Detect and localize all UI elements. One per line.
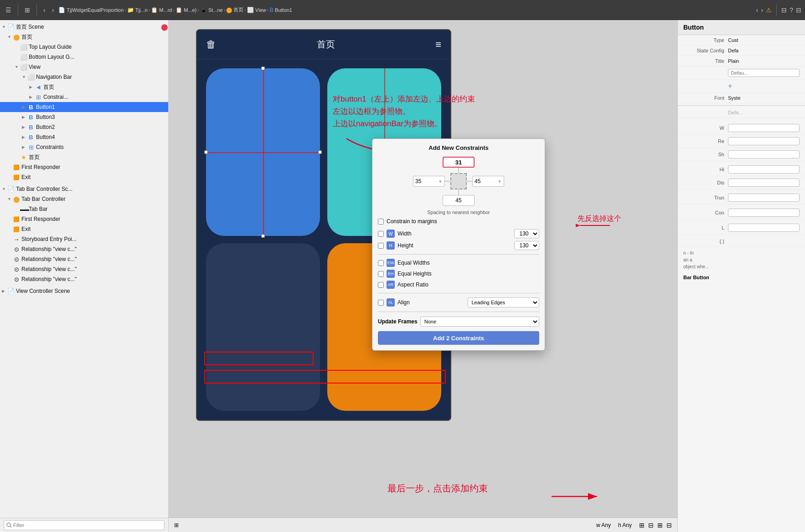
help-btn[interactable]: ? bbox=[790, 6, 793, 14]
expand-triangle-navfp: ▶ bbox=[29, 85, 35, 89]
breadcrumb-item-3[interactable]: 📋 M...rd bbox=[151, 7, 172, 13]
aspect-ratio-label: Aspect Ratio bbox=[397, 281, 539, 288]
constrain-margins-label: Constrain to margins bbox=[387, 218, 437, 225]
rel1-label: Relationship "view c..." bbox=[21, 246, 77, 252]
width-checkbox[interactable] bbox=[378, 231, 384, 237]
rp-con-input[interactable] bbox=[728, 209, 800, 217]
constrain-margins-checkbox[interactable] bbox=[378, 219, 384, 225]
sidebar: ▼ 📄 首页 Scene ⬤ ▼ ⬤ 首页 ⬜ Top Layout Guide… bbox=[0, 20, 169, 532]
rp-l-input[interactable] bbox=[728, 224, 800, 232]
sidebar-item-first-responder[interactable]: 🟧 First Responder bbox=[0, 162, 168, 172]
expand-triangle-view: ▼ bbox=[15, 65, 20, 69]
equal-heights-checkbox[interactable] bbox=[378, 271, 384, 277]
sidebar-item-exit2[interactable]: 🟧 Exit bbox=[0, 224, 168, 234]
sidebar-item-rel4[interactable]: ⊙ Relationship "view c..." bbox=[0, 274, 168, 284]
breadcrumb-item-5[interactable]: 📱 St...ne bbox=[200, 7, 223, 13]
expand-triangle-cn: ▶ bbox=[29, 95, 35, 99]
sidebar-item-button3[interactable]: ▶ B Button3 bbox=[0, 112, 168, 122]
breadcrumb-item-4[interactable]: 📋 M...e) bbox=[175, 7, 196, 13]
breadcrumb-item-7[interactable]: ⬜ View bbox=[247, 7, 266, 13]
sidebar-item-tab-bar[interactable]: ▬▬ Tab Bar bbox=[0, 204, 168, 214]
bottom-icon-1[interactable]: ⊞ bbox=[639, 522, 645, 529]
sidebar-item-storyboard-entry[interactable]: → Storyboard Entry Poi... bbox=[0, 234, 168, 244]
equal-widths-label: Equal Widths bbox=[397, 260, 539, 266]
update-frames-select[interactable]: None bbox=[420, 317, 539, 327]
sidebar-item-button1[interactable]: ▶ B Button1 bbox=[0, 102, 168, 112]
bottom-icon-4[interactable]: ⊟ bbox=[666, 522, 672, 529]
rp-braces-label: { } bbox=[683, 239, 724, 244]
constraints-icon-nav: ⊞ bbox=[35, 94, 42, 101]
sidebar-item-firstpage[interactable]: ▼ ⬤ 首页 bbox=[0, 32, 168, 42]
expand-triangle-tbs: ▼ bbox=[2, 187, 7, 191]
font-label: Font bbox=[683, 95, 724, 101]
sidebar-item-first-responder2[interactable]: 🟧 First Responder bbox=[0, 214, 168, 224]
nav-forward-btn[interactable]: › bbox=[761, 6, 764, 14]
rp-defa-value: Defa... bbox=[728, 110, 800, 115]
top-constraint-input[interactable] bbox=[443, 157, 475, 168]
grid-view-btn[interactable]: ⊞ bbox=[23, 5, 32, 15]
constrain-margins-row[interactable]: Constrain to margins bbox=[378, 217, 539, 226]
sidebar-item-constraints2[interactable]: ▶ ⊞ Constraints bbox=[0, 142, 168, 152]
rel4-icon: ⊙ bbox=[13, 276, 20, 283]
sidebar-item-tabbar-ctrl[interactable]: ▼ ⬤ Tab Bar Controller bbox=[0, 194, 168, 204]
forward-btn[interactable]: › bbox=[50, 5, 56, 15]
align-select[interactable]: Leading Edges bbox=[468, 297, 540, 307]
rp-dis-input[interactable] bbox=[728, 179, 800, 187]
sidebar-item-constraints-nav[interactable]: ▶ ⊞ Constrai... bbox=[0, 92, 168, 102]
rp-row-hi: Hi bbox=[678, 163, 805, 176]
sidebar-item-rel3[interactable]: ⊙ Relationship "view c..." bbox=[0, 264, 168, 274]
sidebar-item-viewctrl-scene[interactable]: ▶ 📄 View Controller Scene bbox=[0, 286, 168, 296]
sidebar-item-top-layout[interactable]: ⬜ Top Layout Guide bbox=[0, 42, 168, 52]
sidebar-item-rel2[interactable]: ⊙ Relationship "view c..." bbox=[0, 254, 168, 264]
state-config-label: State Config bbox=[683, 48, 724, 53]
height-value-select[interactable]: 130 bbox=[514, 241, 539, 250]
center-box bbox=[450, 173, 467, 189]
sidebar-item-button4[interactable]: ▶ B Button4 bbox=[0, 132, 168, 142]
popup-divider-3 bbox=[378, 312, 539, 312]
rp-re-input[interactable] bbox=[728, 137, 800, 145]
align-checkbox[interactable] bbox=[378, 300, 384, 306]
width-value-select[interactable]: 130 bbox=[514, 229, 539, 238]
sidebar-toggle-btn[interactable]: ☰ bbox=[4, 5, 13, 15]
rel3-icon: ⊙ bbox=[13, 266, 20, 273]
back-btn[interactable]: ‹ bbox=[41, 5, 47, 15]
equal-heights-label: Equal Heights bbox=[397, 271, 539, 277]
rp-sh-input[interactable] bbox=[728, 150, 800, 159]
rp-hi-input[interactable] bbox=[728, 165, 800, 174]
type-label: Type bbox=[683, 37, 724, 43]
sidebar-item-tabbar-scene[interactable]: ▼ 📄 Tab Bar Controller Sc... bbox=[0, 184, 168, 194]
panel-toggle-btn[interactable]: ⊟ bbox=[796, 6, 801, 14]
sidebar-item-rel1[interactable]: ⊙ Relationship "view c..." bbox=[0, 244, 168, 254]
add-constraints-btn[interactable]: Add 2 Constraints bbox=[378, 331, 539, 345]
deselect-arrow bbox=[576, 219, 612, 232]
sidebar-item-homepage-bar[interactable]: ★ 首页 bbox=[0, 152, 168, 162]
breadcrumb-item-8[interactable]: B Button1 bbox=[269, 7, 292, 13]
rp-w-input[interactable] bbox=[728, 124, 800, 132]
homepage-bar-label: 首页 bbox=[29, 153, 40, 161]
sidebar-item-scene-firstpage[interactable]: ▼ 📄 首页 Scene ⬤ bbox=[0, 22, 168, 32]
add-state-btn[interactable]: + bbox=[728, 82, 732, 90]
filter-input[interactable] bbox=[4, 520, 165, 530]
warning-icon: ⚠ bbox=[766, 6, 772, 14]
sidebar-item-navbar[interactable]: ▼ ⬜ Navigation Bar bbox=[0, 72, 168, 82]
bottom-icon-2[interactable]: ⊟ bbox=[648, 522, 654, 529]
sidebar-item-view[interactable]: ▼ ⬜ View bbox=[0, 62, 168, 72]
nav-title: 首页 bbox=[317, 38, 335, 51]
height-row: H Height 130 bbox=[378, 240, 539, 251]
sidebar-item-button2[interactable]: ▶ B Button2 bbox=[0, 122, 168, 132]
breadcrumb-item-2[interactable]: 📁 Tjj...n bbox=[127, 7, 148, 13]
sidebar-item-nav-firstpage[interactable]: ▶ ◀ 首页 bbox=[0, 82, 168, 92]
breadcrumb-item-6[interactable]: ⬤ 首页 bbox=[226, 6, 243, 13]
nav-back-btn[interactable]: ‹ bbox=[756, 6, 759, 14]
layout-inspector-btn[interactable]: ⊟ bbox=[781, 6, 787, 14]
breadcrumb-item-1[interactable]: 📄 TjjWidgetEqualProportion bbox=[58, 7, 124, 13]
height-checkbox[interactable] bbox=[378, 243, 384, 249]
rp-trun-input[interactable] bbox=[728, 194, 800, 202]
rel4-label: Relationship "view c..." bbox=[21, 276, 77, 282]
bottom-icon-3[interactable]: ⊞ bbox=[657, 522, 663, 529]
sidebar-item-exit[interactable]: 🟧 Exit bbox=[0, 172, 168, 182]
aspect-ratio-checkbox[interactable] bbox=[378, 282, 384, 288]
equal-widths-checkbox[interactable] bbox=[378, 260, 384, 266]
title-input[interactable] bbox=[728, 69, 800, 77]
sidebar-item-bottom-layout[interactable]: ⬜ Bottom Layout G... bbox=[0, 52, 168, 62]
